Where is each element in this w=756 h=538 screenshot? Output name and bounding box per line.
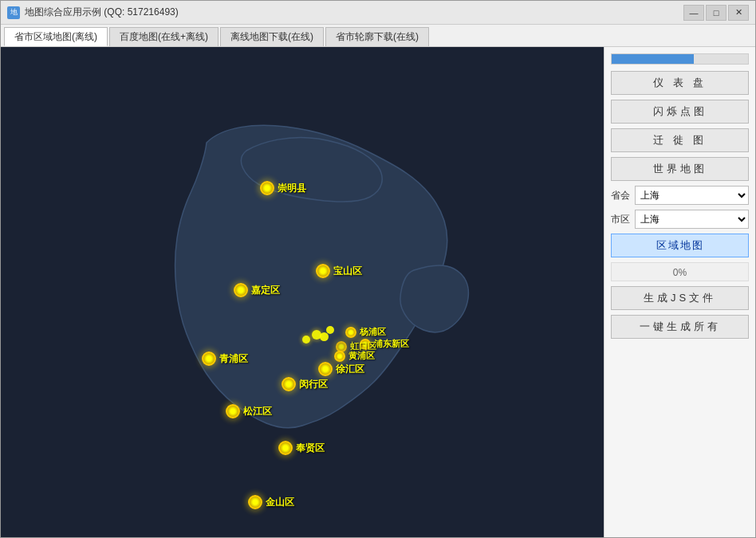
tab-offline-download[interactable]: 离线地图下载(在线) [220, 27, 324, 46]
district-fengxian: 奉贤区 [278, 441, 325, 455]
district-hongkou: 虹口区 [336, 340, 376, 352]
district-dot [202, 351, 216, 366]
app-title: 地图综合应用示例 (QQ: 517216493) [25, 6, 179, 19]
map-svg [1, 47, 604, 538]
dashboard-button[interactable]: 仪 表 盘 [611, 71, 749, 95]
district-dot [260, 181, 274, 195]
tab-bar: 省市区域地图(离线) 百度地图(在线+离线) 离线地图下载(在线) 省市轮廓下载… [1, 25, 755, 47]
district-xuhui: 徐汇区 [318, 362, 364, 376]
close-button[interactable]: ✕ [728, 5, 749, 21]
minimize-button[interactable]: — [683, 5, 704, 21]
generate-js-button[interactable]: 生成JS文件 [611, 286, 749, 310]
district-chongming: 崇明县 [260, 181, 306, 195]
district-baoshan: 宝山区 [316, 264, 362, 278]
tab-offline-region[interactable]: 省市区域地图(离线) [4, 27, 108, 46]
map-area: 崇明县 宝山区 嘉定区 杨浦区 浦东新区 黄浦区 虹口区 徐汇区 [1, 47, 604, 538]
cluster-dot-1 [302, 336, 310, 344]
title-bar: 地 地图综合应用示例 (QQ: 517216493) — □ ✕ [1, 1, 755, 25]
generate-all-button[interactable]: 一键生成所有 [611, 315, 749, 339]
top-progress-bar [611, 53, 749, 65]
title-bar-left: 地 地图综合应用示例 (QQ: 517216493) [7, 6, 179, 19]
district-qingpu: 青浦区 [202, 351, 248, 366]
province-label: 省会 [611, 189, 632, 202]
district-dot [226, 404, 240, 418]
region-map-button[interactable]: 区域地图 [611, 234, 749, 257]
maximize-button[interactable]: □ [706, 5, 726, 21]
district-dot [345, 327, 356, 338]
flash-map-button[interactable]: 闪烁点图 [611, 100, 749, 124]
tab-baidu-map[interactable]: 百度地图(在线+离线) [109, 27, 219, 46]
district-dot [248, 495, 262, 509]
city-select[interactable]: 上海 浦东新区 黄浦区 [635, 210, 749, 229]
sidebar: 仪 表 盘 闪烁点图 迁 徙 图 世界地图 省会 上海 北京 广东 江苏 市区 … [604, 47, 755, 538]
tab-province-download[interactable]: 省市轮廓下载(在线) [325, 27, 429, 46]
district-dot [234, 283, 248, 297]
district-dot [318, 362, 333, 376]
district-jinshan: 金山区 [248, 495, 294, 509]
world-map-button[interactable]: 世界地图 [611, 157, 749, 181]
district-dot [336, 341, 347, 352]
city-select-row: 市区 上海 浦东新区 黄浦区 [611, 210, 749, 229]
district-minhang: 闵行区 [282, 377, 328, 391]
province-select-row: 省会 上海 北京 广东 江苏 [611, 186, 749, 205]
cluster-dot-4 [326, 326, 334, 334]
title-bar-controls: — □ ✕ [683, 5, 749, 21]
district-dot [278, 441, 293, 455]
migration-map-button[interactable]: 迁 徙 图 [611, 128, 749, 152]
district-songjiang: 松江区 [226, 404, 272, 418]
main-area: 崇明县 宝山区 嘉定区 杨浦区 浦东新区 黄浦区 虹口区 徐汇区 [1, 47, 755, 538]
district-dot [282, 377, 296, 391]
progress-bar-fill [612, 54, 694, 64]
district-yangpu: 杨浦区 [345, 326, 386, 338]
district-dot [316, 264, 330, 278]
cluster-dot-3 [320, 332, 329, 341]
province-select[interactable]: 上海 北京 广东 江苏 [635, 186, 749, 205]
city-label: 市区 [611, 213, 632, 226]
progress-percentage: 0% [611, 262, 749, 281]
app-icon: 地 [7, 6, 20, 19]
district-jiading: 嘉定区 [234, 283, 280, 297]
